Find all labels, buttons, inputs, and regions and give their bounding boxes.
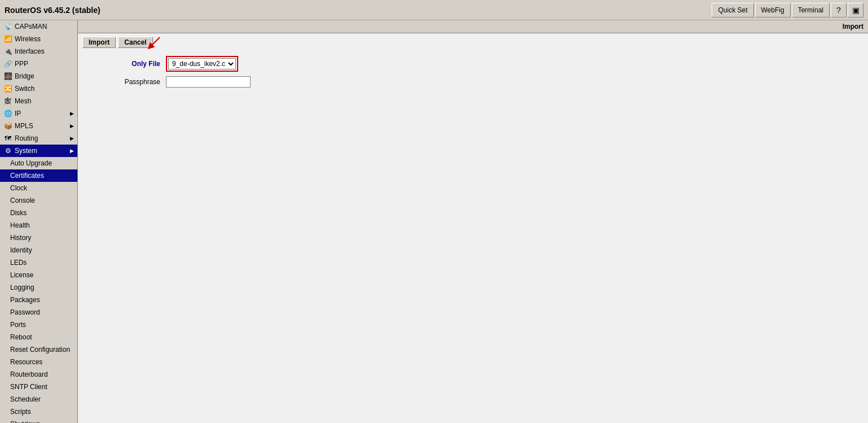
sidebar-subitem-ports[interactable]: Ports (0, 319, 77, 331)
sidebar-label-system: System (15, 147, 37, 155)
sidebar-item-routing[interactable]: 🗺 Routing (0, 132, 77, 145)
sidebar-subitem-reset-config[interactable]: Reset Configuration (0, 343, 77, 356)
wireless-icon: 📶 (3, 35, 12, 43)
switch-icon: 🔀 (3, 85, 12, 93)
sidebar-item-mesh[interactable]: 🕸 Mesh (0, 95, 77, 107)
terminal-button[interactable]: Terminal (792, 3, 830, 18)
sidebar-item-interfaces[interactable]: 🔌 Interfaces (0, 45, 77, 58)
only-file-label: Only File (87, 60, 166, 68)
sidebar-item-switch[interactable]: 🔀 Switch (0, 82, 77, 95)
main-layout: 📡 CAPsMAN 📶 Wireless 🔌 Interfaces 🔗 PPP … (0, 20, 868, 423)
passphrase-label: Passphrase (87, 78, 166, 86)
sidebar-subitem-license[interactable]: License (0, 269, 77, 281)
sidebar-label-switch: Switch (15, 85, 34, 93)
sidebar-item-mpls[interactable]: 📦 MPLS (0, 120, 77, 132)
capsman-icon: 📡 (3, 23, 12, 30)
page-header: Import (78, 20, 868, 33)
sidebar-label-mesh: Mesh (15, 97, 31, 105)
interfaces-icon: 🔌 (3, 47, 12, 55)
sidebar-label-mpls: MPLS (15, 122, 33, 130)
sidebar-subitem-password[interactable]: Password (0, 306, 77, 319)
ppp-icon: 🔗 (3, 60, 12, 68)
sidebar-subitem-console[interactable]: Console (0, 194, 77, 207)
sidebar-subitem-identity[interactable]: Identity (0, 244, 77, 256)
cancel-button[interactable]: Cancel (118, 37, 152, 48)
sidebar-subitem-packages[interactable]: Packages (0, 294, 77, 306)
top-buttons: Quick Set WebFig Terminal ? ▣ (712, 3, 863, 18)
sidebar-subitem-scheduler[interactable]: Scheduler (0, 393, 77, 405)
sidebar-label-ip: IP (15, 110, 21, 117)
only-file-select[interactable]: 9_de-dus_ikev2.crt (168, 58, 236, 69)
sidebar-subitem-sntp[interactable]: SNTP Client (0, 381, 77, 393)
sidebar-label-bridge: Bridge (15, 72, 34, 80)
sidebar-label-routing: Routing (15, 134, 38, 142)
sidebar-item-wireless[interactable]: 📶 Wireless (0, 33, 77, 45)
toolbar: Import Cancel (78, 33, 868, 51)
sidebar-subitem-scripts[interactable]: Scripts (0, 405, 77, 418)
sidebar-subitem-clock[interactable]: Clock (0, 182, 77, 194)
sidebar-subitem-reboot[interactable]: Reboot (0, 331, 77, 343)
sidebar-subitem-certificates[interactable]: Certificates (0, 169, 77, 182)
sidebar-subitem-health[interactable]: Health (0, 219, 77, 232)
only-file-input-wrapper: 9_de-dus_ikev2.crt (166, 56, 238, 72)
passphrase-group: Passphrase (87, 76, 859, 88)
mesh-icon: 🕸 (3, 97, 12, 105)
sidebar-subitem-shutdown[interactable]: Shutdown (0, 418, 77, 423)
sidebar-item-system[interactable]: ⚙ System (0, 145, 77, 157)
sidebar-subitem-logging[interactable]: Logging (0, 281, 77, 294)
sidebar-label-capsman: CAPsMAN (15, 23, 47, 30)
webfig-button[interactable]: WebFig (755, 3, 791, 18)
form-area: Only File 9_de-dus_ikev2.crt Passphrase (78, 51, 868, 97)
sidebar-item-bridge[interactable]: 🌉 Bridge (0, 70, 77, 82)
sidebar-item-ip[interactable]: 🌐 IP (0, 107, 77, 120)
sidebar-subitem-auto-upgrade[interactable]: Auto Upgrade (0, 157, 77, 169)
sidebar-item-ppp[interactable]: 🔗 PPP (0, 58, 77, 70)
only-file-group: Only File 9_de-dus_ikev2.crt (87, 56, 859, 72)
routing-icon: 🗺 (3, 134, 12, 142)
sidebar-subitem-disks[interactable]: Disks (0, 207, 77, 219)
content-area: Import Import Cancel Only File (78, 20, 868, 423)
sidebar-subitem-leds[interactable]: LEDs (0, 256, 77, 269)
sidebar-subitem-resources[interactable]: Resources (0, 356, 77, 368)
settings-icon-button[interactable]: ▣ (848, 3, 863, 18)
system-icon: ⚙ (3, 147, 12, 155)
quick-set-button[interactable]: Quick Set (712, 3, 753, 18)
app-title: RouterOS v6.45.2 (stable) (5, 6, 712, 15)
sidebar: 📡 CAPsMAN 📶 Wireless 🔌 Interfaces 🔗 PPP … (0, 20, 78, 423)
sidebar-item-capsman[interactable]: 📡 CAPsMAN (0, 20, 77, 33)
sidebar-label-wireless: Wireless (15, 35, 41, 43)
page-title: Import (843, 23, 863, 30)
help-icon-button[interactable]: ? (831, 3, 847, 18)
sidebar-subitem-history[interactable]: History (0, 232, 77, 244)
bridge-icon: 🌉 (3, 72, 12, 80)
passphrase-input[interactable] (166, 76, 251, 88)
sidebar-subitem-routerboard[interactable]: Routerboard (0, 368, 77, 381)
import-button[interactable]: Import (82, 37, 116, 48)
sidebar-label-ppp: PPP (15, 60, 28, 68)
sidebar-label-interfaces: Interfaces (15, 47, 45, 55)
mpls-icon: 📦 (3, 122, 12, 130)
ip-icon: 🌐 (3, 110, 12, 117)
top-bar: RouterOS v6.45.2 (stable) Quick Set WebF… (0, 0, 868, 20)
